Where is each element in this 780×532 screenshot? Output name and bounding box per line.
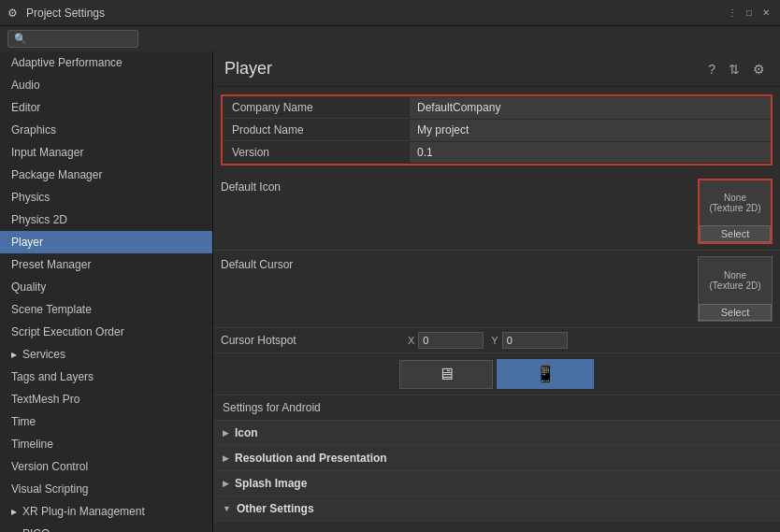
sidebar-item-label: Version Control	[11, 460, 88, 473]
company-name-input[interactable]	[410, 97, 771, 118]
close-icon[interactable]: ✕	[759, 7, 773, 20]
sidebar-item-label: Tags and Layers	[11, 370, 94, 383]
default-icon-preview: None(Texture 2D) Select	[698, 179, 773, 244]
sidebar-item-input-manager[interactable]: Input Manager	[0, 141, 212, 164]
icon-section-title: Icon	[235, 426, 258, 439]
default-icon-text: None(Texture 2D)	[705, 189, 764, 217]
search-input[interactable]	[31, 34, 134, 45]
sidebar-item-package-manager[interactable]: Package Manager	[0, 164, 212, 186]
hotspot-y-input[interactable]	[502, 332, 568, 349]
default-cursor-select-button[interactable]: Select	[699, 304, 772, 321]
title-bar-icon: ⚙	[7, 7, 21, 20]
desktop-icon: 🖥	[438, 365, 455, 384]
search-input-wrap: 🔍	[7, 30, 138, 48]
sidebar-item-physics-2d[interactable]: Physics 2D	[0, 208, 212, 231]
sidebar-item-services[interactable]: ▶Services	[0, 343, 212, 366]
sidebar-item-xr-plug-in-management[interactable]: ▶XR Plug-in Management	[0, 500, 212, 523]
info-section: Company Name Product Name Version	[221, 94, 773, 165]
company-name-label: Company Name	[223, 97, 410, 118]
sidebar-item-tags-and-layers[interactable]: Tags and Layers	[0, 366, 212, 388]
other-section-title: Other Settings	[237, 502, 314, 515]
sidebar-item-graphics[interactable]: Graphics	[0, 119, 212, 141]
title-bar-controls: ⋮ □ ✕	[726, 7, 773, 20]
splash-section-collapsible: ▶ Splash Image	[213, 471, 780, 496]
sidebar-item-label: XR Plug-in Management	[22, 505, 145, 518]
sidebar-item-label: Scene Template	[11, 303, 92, 316]
title-bar: ⚙ Project Settings ⋮ □ ✕	[0, 0, 780, 26]
sidebar-item-label: Time	[11, 415, 36, 428]
sidebar-item-timeline[interactable]: Timeline	[0, 433, 212, 455]
icon-section-collapsible: ▶ Icon	[213, 421, 780, 446]
resolution-arrow: ▶	[223, 453, 229, 463]
sidebar-item-adaptive-performance[interactable]: Adaptive Performance	[0, 51, 212, 74]
sidebar-item-quality[interactable]: Quality	[0, 276, 212, 298]
sidebar: Adaptive PerformanceAudioEditorGraphicsI…	[0, 51, 213, 532]
sidebar-item-label: Audio	[11, 79, 40, 92]
settings-icon[interactable]: ⚙	[749, 60, 769, 79]
product-name-input[interactable]	[410, 120, 771, 140]
tab-android[interactable]: 📱	[497, 359, 594, 389]
sidebar-item-label: Input Manager	[11, 146, 83, 159]
header-actions: ? ⇅ ⚙	[704, 60, 769, 79]
hotspot-fields: X Y	[408, 332, 568, 349]
default-cursor-label: Default Cursor	[221, 256, 408, 271]
sidebar-item-player[interactable]: Player	[0, 231, 212, 253]
sidebar-item-label: Graphics	[11, 123, 56, 137]
splash-section-header[interactable]: ▶ Splash Image	[213, 471, 780, 496]
sidebar-item-label: PICO	[22, 527, 50, 532]
sidebar-item-visual-scripting[interactable]: Visual Scripting	[0, 478, 212, 500]
company-name-row: Company Name	[223, 96, 771, 119]
cursor-hotspot-label: Cursor Hotspot	[221, 334, 408, 347]
platform-tabs: 🖥 📱	[213, 353, 780, 395]
default-icon-section: Default Icon None(Texture 2D) Select	[213, 173, 780, 251]
android-icon: 📱	[535, 364, 556, 384]
sidebar-item-version-control[interactable]: Version Control	[0, 455, 212, 478]
default-cursor-preview: None(Texture 2D) Select	[698, 256, 773, 322]
sidebar-item-audio[interactable]: Audio	[0, 74, 212, 96]
sidebar-item-scene-template[interactable]: Scene Template	[0, 298, 212, 321]
version-input[interactable]	[410, 142, 771, 163]
sidebar-item-label: Script Execution Order	[11, 325, 124, 338]
other-arrow: ▼	[223, 504, 231, 513]
sidebar-item-label: Package Manager	[11, 168, 102, 181]
layout-icon[interactable]: ⇅	[725, 60, 744, 79]
icon-section-header[interactable]: ▶ Icon	[213, 421, 780, 445]
content-header: Player ? ⇅ ⚙	[213, 51, 780, 87]
sidebar-item-label: TextMesh Pro	[11, 393, 79, 406]
sidebar-item-label: Editor	[11, 101, 40, 114]
sidebar-item-label: Quality	[11, 280, 46, 294]
hotspot-x-field: X	[408, 332, 484, 349]
main-layout: Adaptive PerformanceAudioEditorGraphicsI…	[0, 51, 780, 532]
hotspot-x-input[interactable]	[418, 332, 484, 349]
splash-arrow: ▶	[223, 479, 229, 488]
sidebar-item-label: Player	[11, 236, 43, 249]
resolution-section-header[interactable]: ▶ Resolution and Presentation	[213, 446, 780, 470]
content-area: Player ? ⇅ ⚙ Company Name Product Name	[213, 51, 780, 532]
sidebar-item-script-execution-order[interactable]: Script Execution Order	[0, 321, 212, 343]
player-content: Company Name Product Name Version Defaul…	[213, 87, 780, 532]
default-icon-select-button[interactable]: Select	[700, 225, 771, 242]
help-icon[interactable]: ?	[704, 60, 719, 79]
version-label: Version	[223, 142, 410, 163]
menu-icon[interactable]: ⋮	[726, 7, 739, 20]
sidebar-arrow: ▶	[11, 351, 17, 359]
sidebar-item-pico[interactable]: PICO	[0, 523, 212, 532]
icon-arrow: ▶	[223, 428, 229, 438]
resolution-section-title: Resolution and Presentation	[235, 452, 387, 465]
sidebar-item-textmesh-pro[interactable]: TextMesh Pro	[0, 388, 212, 410]
maximize-icon[interactable]: □	[743, 7, 756, 20]
sidebar-item-label: Visual Scripting	[11, 482, 89, 496]
tab-desktop[interactable]: 🖥	[399, 360, 493, 389]
sidebar-item-time[interactable]: Time	[0, 410, 212, 433]
default-cursor-text: None(Texture 2D)	[705, 266, 764, 295]
default-cursor-section: Default Cursor None(Texture 2D) Select	[213, 251, 780, 328]
other-section-header[interactable]: ▼ Other Settings	[213, 496, 780, 521]
search-icon: 🔍	[14, 33, 27, 45]
sidebar-item-editor[interactable]: Editor	[0, 96, 212, 119]
hotspot-y-field: Y	[491, 332, 567, 349]
sidebar-item-physics[interactable]: Physics	[0, 186, 212, 208]
default-icon-label: Default Icon	[221, 179, 408, 194]
product-name-row: Product Name	[223, 119, 771, 141]
sidebar-item-label: Timeline	[11, 438, 53, 451]
sidebar-item-preset-manager[interactable]: Preset Manager	[0, 253, 212, 276]
